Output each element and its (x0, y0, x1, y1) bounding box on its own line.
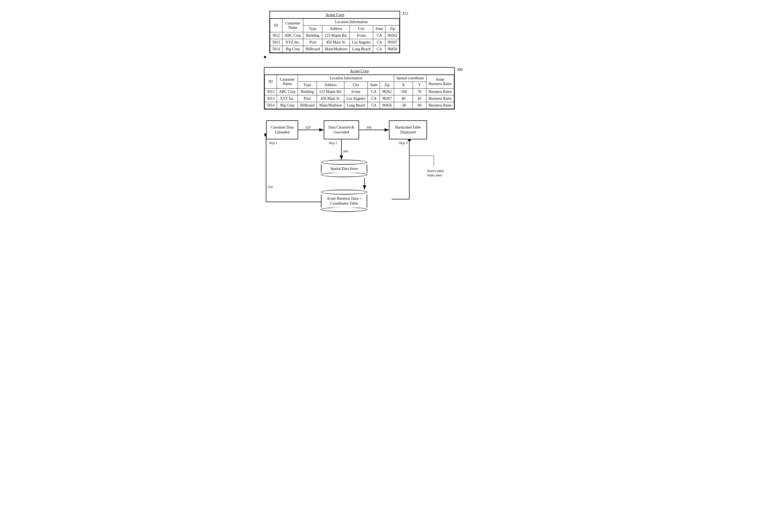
box2-label: Data Cleansed &Geocoded (328, 125, 354, 135)
col-customer-name: CustomerName (277, 75, 298, 89)
svg-text:320: 320 (305, 125, 311, 129)
svg-text:370: 370 (267, 185, 273, 189)
cell-id: 5013 (265, 95, 277, 102)
box-customer-data-uploaded: Customer DataUploaded (266, 120, 298, 139)
cell-zip: 90456 (386, 46, 400, 53)
cell-address: 123 Maple Rd. (322, 32, 350, 39)
col-state: State (368, 82, 380, 89)
cell-id: 5012 (270, 32, 282, 39)
cell-zip: 90262 (380, 89, 394, 95)
col-location-info: Location Information (303, 19, 400, 26)
top-table-area: Acme Corp ID CustomerName Location Infor… (269, 11, 514, 53)
cell-state: CA (373, 39, 386, 46)
label-312: 312 (402, 11, 408, 16)
cell-name: XYZ Inc. (277, 95, 298, 102)
cell-type: Billboard (298, 102, 317, 109)
step1-label: Step 1 (269, 141, 277, 145)
cell-rules: Business Rules (426, 95, 454, 102)
cell-id: 5012 (265, 89, 277, 95)
col-id: ID (265, 75, 277, 89)
col-x: X (394, 82, 413, 89)
diagram: Acme Corp ID CustomerName Location Infor… (258, 11, 514, 215)
cell-name: ABC Corp (282, 32, 303, 39)
cell-name: ABC Corp (277, 89, 298, 95)
bottom-table-title: Acme Corp (264, 68, 454, 75)
col-spatial-coord: Spatial coordinate (394, 75, 426, 82)
cylinder-body: Spatial Data Store (321, 165, 367, 173)
label-390: 390 (457, 68, 463, 72)
cell-x: -100 (394, 89, 413, 95)
cell-city: Los Angeles (349, 39, 373, 46)
cell-zip: 90262 (386, 32, 400, 39)
col-customer-name: CustomerName (282, 19, 303, 32)
cell-address: 456 Main St. (317, 95, 344, 102)
col-city: City (349, 26, 373, 32)
cylinder-top (321, 160, 367, 165)
bottom-table-wrapper: Acme Corp ID CustomerName Location Infor… (264, 67, 455, 109)
cell-state: CA (368, 89, 380, 95)
cell-y: 70 (413, 89, 427, 95)
cylinder-bottom (321, 172, 367, 177)
svg-text:360: 360 (342, 149, 348, 153)
box1-label: Customer DataUploaded (271, 125, 293, 135)
top-table-wrapper: Acme Corp ID CustomerName Location Infor… (269, 11, 400, 53)
cell-type: Billboard (303, 46, 322, 53)
cell-city: Los Angeles (344, 95, 368, 102)
table-row: 5013 XYZ Inc. Pool 456 Main St. Los Ange… (265, 95, 454, 102)
table-row: 5013 XYZ Inc. Pool 456 Main St. Los Ange… (270, 39, 400, 46)
flow-diagram: 320 340 360 370 380 Har (258, 118, 514, 215)
col-type: Type (303, 26, 322, 32)
cell-city: Long Beach (349, 46, 373, 53)
cylinder-spatial-data-store: Spatial Data Store (321, 160, 367, 177)
svg-text:Hard-coded: Hard-coded (427, 169, 444, 173)
bottom-table-area: Acme Corp ID CustomerName Location Infor… (258, 67, 514, 109)
col-state: State (373, 26, 386, 32)
cell-state: CA (368, 95, 380, 102)
col-zip: Zip (386, 26, 400, 32)
svg-text:340: 340 (366, 125, 371, 129)
cylinder-top (321, 190, 367, 195)
cell-zip: 90267 (380, 95, 394, 102)
cell-state: CA (368, 102, 380, 109)
cell-name: Big Corp (282, 46, 303, 53)
cell-address: Main/Madison (322, 46, 350, 53)
cell-name: Big Corp (277, 102, 298, 109)
top-table: ID CustomerName Location Information Typ… (270, 18, 400, 53)
step3-label: Step 3 (399, 141, 408, 145)
table-row: 5012 ABC Corp Building 123 Maple Rd. Irv… (265, 89, 454, 95)
cell-type: Building (298, 89, 317, 95)
cell-id: 5013 (270, 39, 282, 46)
cell-name: XYZ Inc. (282, 39, 303, 46)
top-table-title: Acme Corp (270, 11, 400, 18)
cell-zip: 90267 (386, 39, 400, 46)
cylinder1-label: Spatial Data Store (330, 166, 358, 171)
col-address: Address (322, 26, 350, 32)
bottom-table: ID CustomerName Location Information Spa… (264, 75, 454, 109)
table-row: 5012 ABC Corp Building 123 Maple Rd. Irv… (270, 32, 400, 39)
col-address: Address (317, 82, 344, 89)
cell-x: 40 (394, 95, 413, 102)
cell-city: Irvine (349, 32, 373, 39)
svg-text:Static data: Static data (427, 173, 442, 177)
cell-state: CA (373, 32, 386, 39)
cylinder-acme-business-data: Acme Business Data +Coordinates Table (321, 190, 367, 212)
cell-type: Pool (303, 39, 322, 46)
cell-x: -38 (394, 102, 413, 109)
col-zip: Zip (380, 82, 394, 89)
col-some-business-rules: SomeBusiness Rules (426, 75, 454, 89)
step2-label: Step 2 (328, 141, 337, 145)
cell-city: Long Beach (344, 102, 368, 109)
cell-rules: Business Rules (426, 102, 454, 109)
col-y: Y (413, 82, 427, 89)
cylinder-body: Acme Business Data +Coordinates Table (321, 195, 367, 208)
cell-address: 123 Maple Rd. (317, 89, 344, 95)
cell-rules: Business Rules (426, 89, 454, 95)
col-type: Type (298, 82, 317, 89)
col-city: City (344, 82, 368, 89)
cell-type: Building (303, 32, 322, 39)
table-row: 5014 Big Corp Billboard Main/Madison Lon… (270, 46, 400, 53)
cell-address: Main/Madison (317, 102, 344, 109)
cell-y: 90 (413, 102, 427, 109)
cell-y: 45 (413, 95, 427, 102)
cell-state: CA (373, 46, 386, 53)
